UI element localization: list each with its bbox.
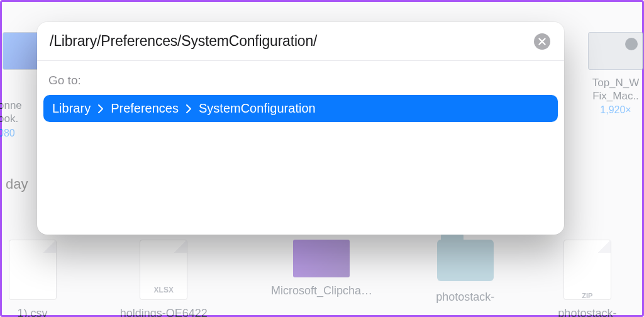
file-name-line: Fix_Mac.. <box>592 89 639 103</box>
folder-icon <box>437 240 494 281</box>
file-name: 1).csv <box>18 306 48 318</box>
bg-folder[interactable]: photostack- <box>436 240 494 318</box>
file-name-line: ook. <box>0 113 18 125</box>
file-name: Microsoft_Clipcha… <box>271 284 372 298</box>
section-header: day <box>1 175 33 194</box>
path-input[interactable] <box>48 32 528 50</box>
bg-file-xlsx[interactable]: XLSX holdings-QE6422 <box>120 240 208 318</box>
file-name: photostack- <box>558 306 616 318</box>
file-badge: XLSX <box>154 286 174 294</box>
path-suggestion[interactable]: Library Preferences SystemConfiguration <box>43 95 558 122</box>
bg-file-csv[interactable]: 1).csv <box>9 240 57 318</box>
bg-file-top-right[interactable]: Top_N_W Fix_Mac.. 1,920× <box>553 32 644 116</box>
chevron-right-icon <box>186 104 191 113</box>
file-name: holdings-QE6422 <box>120 306 208 318</box>
bg-file-image[interactable]: Microsoft_Clipcha… <box>271 240 372 318</box>
bg-bottom-row: 1).csv XLSX holdings-QE6422 Microsoft_Cl… <box>0 240 644 318</box>
bg-file-top-left-label: onne ook. 080 <box>0 99 22 140</box>
image-thumbnail <box>588 32 643 70</box>
file-dimensions: 1,920× <box>600 104 631 116</box>
chevron-right-icon <box>98 104 103 113</box>
file-icon: ZIP <box>564 240 611 300</box>
bg-file-zip[interactable]: ZIP photostack- <box>558 240 616 318</box>
clear-button[interactable] <box>534 33 550 50</box>
close-icon <box>538 38 546 45</box>
goto-label: Go to: <box>37 61 564 95</box>
file-icon: XLSX <box>140 240 187 300</box>
file-icon <box>9 240 57 300</box>
path-segment: Library <box>52 101 91 116</box>
path-input-row <box>37 22 564 61</box>
go-to-folder-dialog: Go to: Library Preferences SystemConfigu… <box>37 22 564 235</box>
path-segment: SystemConfiguration <box>199 101 316 116</box>
file-name: photostack- <box>436 290 494 304</box>
path-segment: Preferences <box>111 101 179 116</box>
file-dimensions: 080 <box>0 127 22 140</box>
file-name-line: Top_N_W <box>592 76 640 89</box>
image-thumbnail <box>293 240 350 277</box>
file-name-line: onne <box>0 99 22 111</box>
file-badge: ZIP <box>582 292 592 299</box>
